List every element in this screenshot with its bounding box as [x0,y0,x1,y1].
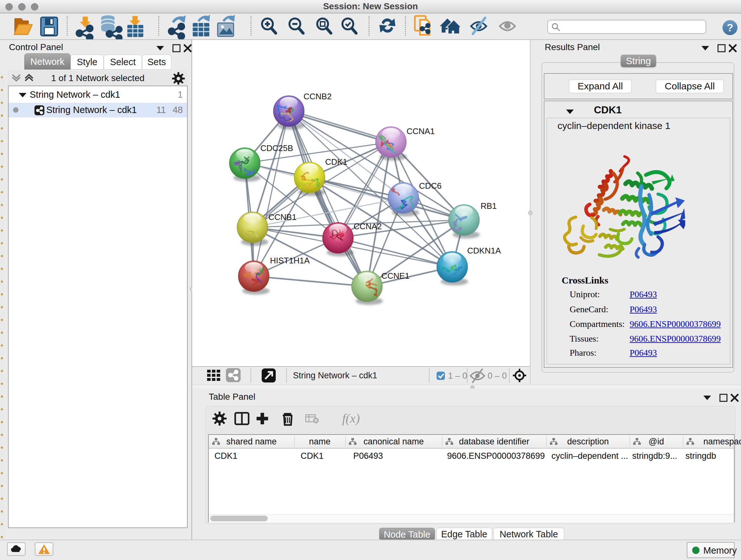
svg-text:CDC25B: CDC25B [260,143,293,153]
svg-text:HIST1H1A: HIST1H1A [270,256,310,265]
svg-text:CCNA1: CCNA1 [407,126,434,136]
svg-text:CCNA2: CCNA2 [354,222,382,231]
svg-text:CCNE1: CCNE1 [381,271,409,281]
svg-text:CCNB2: CCNB2 [304,91,332,101]
svg-text:CDK1: CDK1 [325,157,347,167]
svg-text:CDKN1A: CDKN1A [467,246,501,255]
svg-text:CDC6: CDC6 [419,181,442,191]
svg-text:CCNB1: CCNB1 [268,212,296,222]
svg-text:RB1: RB1 [481,201,497,211]
